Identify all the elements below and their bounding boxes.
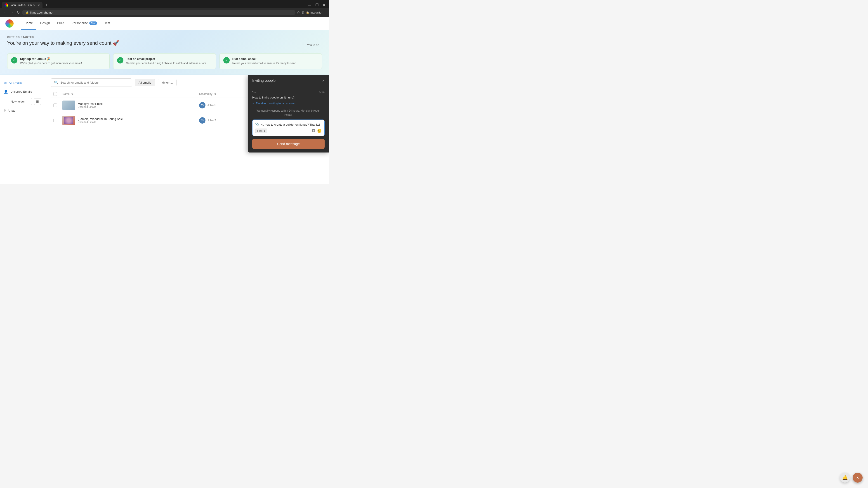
attach-image-button[interactable]: 🖼 [312, 129, 315, 133]
nav-personalize-label: Personalize [71, 21, 88, 25]
col-name: Name ⇅ [60, 90, 196, 98]
sidebar-item-all-emails[interactable]: ✉ All Emails [0, 78, 45, 87]
browser-tab[interactable]: John Smith > Litmus × [2, 2, 42, 8]
folder-options-button[interactable]: ☰ [34, 98, 41, 105]
creator-cell-1: JS John S. [199, 117, 243, 124]
files-badge: Files: 1 [255, 129, 267, 133]
new-folder-button[interactable]: New folder [4, 98, 32, 105]
email-subfolder-0: Unsorted Emails [78, 105, 103, 108]
app-logo [5, 20, 13, 28]
filter-mine-button[interactable]: My em... [158, 79, 177, 86]
creator-avatar-1: JS [199, 117, 206, 124]
sidebar-item-unsorted[interactable]: 👤 Unsorted Emails [0, 87, 45, 96]
forward-button[interactable]: → [9, 10, 14, 15]
step-check-2: ✓ [223, 57, 230, 64]
chat-popup: Inviting people × You 50m How to invite … [248, 75, 329, 153]
nav-design[interactable]: Design [36, 17, 54, 30]
email-name-0: Moodjoy test Email [78, 102, 103, 105]
chat-header: Inviting people × [248, 75, 329, 87]
email-name-1: [Sample] Wonderblum Spring Sale [78, 117, 123, 121]
step-content-1: Test an email project Send in your email… [126, 57, 207, 65]
step-check-1: ✓ [117, 57, 123, 64]
search-input[interactable] [60, 81, 129, 84]
send-message-button[interactable]: Send message [252, 139, 324, 149]
address-bar[interactable]: 🔒 litmus.com/home [22, 10, 296, 15]
lock-icon: 🔒 [26, 11, 29, 14]
main-content: GETTING STARTED You're on your way to ma… [0, 30, 329, 184]
chat-input-content[interactable]: Hi, how to create a builder on litmus? T… [260, 123, 322, 127]
app-nav: Home Design Build Personalize New Test [0, 17, 329, 30]
tab-favicon [4, 3, 8, 7]
chat-close-button[interactable]: × [322, 78, 324, 83]
personalize-badge: New [89, 22, 97, 25]
folder-amas-label: Amas [8, 109, 15, 112]
incognito-badge: 🕵 Incognito [306, 11, 321, 14]
maximize-button[interactable]: ❐ [313, 2, 320, 8]
email-subfolder-1: Unsorted Emails [78, 121, 123, 123]
sidebar-folder-amas[interactable]: Amas [0, 107, 45, 114]
step-desc-0: We're glad you're here to get more from … [20, 61, 82, 65]
step-desc-2: Retest your revised email to ensure it's… [232, 61, 297, 65]
reload-button[interactable]: ↻ [16, 9, 21, 15]
progress-label: You're on [307, 43, 319, 47]
step-title-1: Test an email project [126, 57, 207, 61]
chat-input-icons: 🖼 🙂 [312, 129, 322, 133]
sidebar: ✉ All Emails 👤 Unsorted Emails New folde… [0, 75, 45, 184]
unsorted-icon: 👤 [4, 90, 8, 94]
filter-all-button[interactable]: All emails [135, 79, 155, 86]
creator-name-0: John S. [207, 103, 217, 107]
chat-body: You 50m How to invite people on litmuns?… [248, 87, 329, 153]
nav-home[interactable]: Home [21, 17, 36, 30]
address-text: litmus.com/home [30, 11, 53, 14]
nav-home-label: Home [24, 21, 33, 25]
chat-time: 50m [319, 91, 324, 94]
tab-close-icon[interactable]: × [38, 3, 40, 7]
chat-input-footer: Files: 1 🖼 🙂 [255, 129, 322, 133]
getting-started-banner: GETTING STARTED You're on your way to ma… [0, 30, 329, 75]
creator-cell-0: JS John S. [199, 102, 243, 108]
row-checkbox-1[interactable] [53, 119, 57, 122]
email-name-cell-1: [Sample] Wonderblum Spring Sale Unsorted… [62, 116, 194, 125]
extensions-button[interactable]: ⧉ [302, 11, 304, 15]
tab-title: John Smith > Litmus [10, 4, 36, 7]
nav-links: Home Design Build Personalize New Test [21, 17, 114, 30]
nav-build[interactable]: Build [54, 17, 68, 30]
address-bar-row: ← → ↻ 🔒 litmus.com/home ☆ ⧉ 🕵 Incognito … [0, 8, 329, 17]
nav-test[interactable]: Test [101, 17, 114, 30]
step-title-0: Sign up for Litmus 🎉 [20, 57, 82, 61]
new-tab-button[interactable]: + [43, 2, 50, 8]
nav-personalize[interactable]: Personalize New [68, 17, 101, 30]
sidebar-all-emails-label: All Emails [9, 81, 22, 85]
header-checkbox[interactable] [53, 92, 57, 96]
step-card-2: ✓ Run a final check Retest your revised … [219, 53, 322, 69]
check-icon: ✓ [252, 102, 254, 105]
browser-menu-button[interactable]: ⋮ [323, 10, 327, 15]
minimize-button[interactable]: — [306, 2, 313, 8]
search-input-wrap[interactable]: 🔍 [51, 78, 132, 87]
back-button[interactable]: ← [2, 10, 8, 15]
step-title-2: Run a final check [232, 57, 297, 61]
emoji-button[interactable]: 🙂 [317, 129, 322, 133]
bookmark-button[interactable]: ☆ [297, 10, 300, 15]
chat-question: How to invite people on litmuns? [252, 96, 324, 99]
nav-right-controls: ☆ ⧉ 🕵 Incognito ⋮ [297, 10, 327, 15]
step-content-0: Sign up for Litmus 🎉 We're glad you're h… [20, 57, 82, 65]
col-created-by: Created by ⇅ [196, 90, 245, 98]
chat-you-label: You [252, 91, 257, 94]
window-controls: — ❐ ✕ [306, 2, 327, 8]
creator-name-1: John S. [207, 119, 217, 122]
creator-avatar-0: JS [199, 102, 206, 108]
chat-you-row: You 50m [252, 91, 324, 94]
row-checkbox-0[interactable] [53, 103, 57, 107]
created-by-sort-icon[interactable]: ⇅ [214, 92, 216, 96]
nav-design-label: Design [40, 21, 50, 25]
nav-build-label: Build [57, 21, 64, 25]
chat-input-box[interactable]: 📎 Hi, how to create a builder on litmus?… [252, 120, 324, 136]
nav-test-label: Test [104, 21, 110, 25]
window-close-button[interactable]: ✕ [321, 2, 327, 8]
all-emails-icon: ✉ [4, 80, 6, 85]
step-desc-1: Send in your email and run QA checks to … [126, 61, 207, 65]
received-status: Received. Waiting for an answer [256, 102, 295, 105]
step-card-1: ✓ Test an email project Send in your ema… [113, 53, 216, 69]
name-sort-icon[interactable]: ⇅ [71, 92, 73, 96]
